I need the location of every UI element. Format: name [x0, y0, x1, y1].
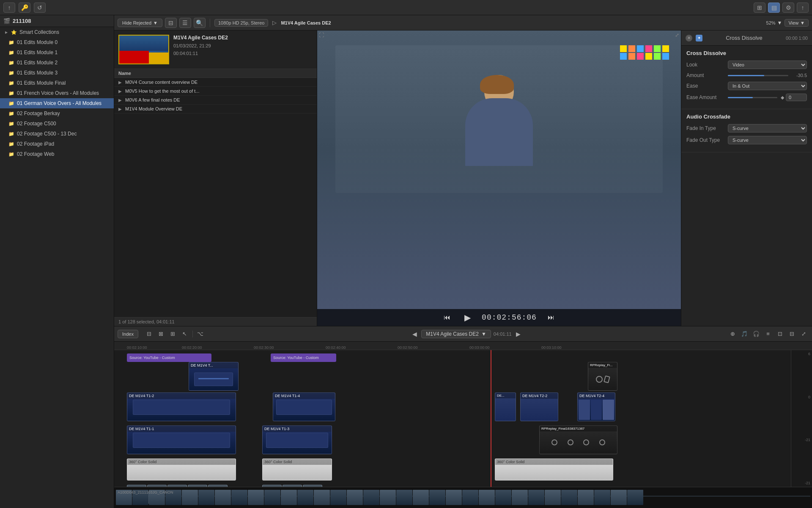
audio-meter-btn[interactable]: 🎵: [739, 329, 749, 339]
amount-label: Amount: [686, 72, 724, 78]
clip-thumbnail[interactable]: [118, 35, 169, 64]
group-btn[interactable]: ☰: [179, 18, 191, 28]
share-btn[interactable]: ↑: [797, 3, 809, 13]
cross-dissolve-title: Cross Dissolve: [686, 50, 807, 56]
search-btn[interactable]: 🔍: [194, 18, 206, 28]
timeline-duration: 04:01:11: [494, 331, 512, 337]
blade-tool-btn[interactable]: ⌥: [195, 329, 206, 339]
tl-clip-de-m1v4-t1-3[interactable]: DE M1V4 T1-3: [262, 425, 332, 454]
browser-list-item-2[interactable]: ▶ M0V6 A few final notes DE: [114, 96, 317, 105]
preview-fullscreen-btn[interactable]: ⛶: [319, 32, 324, 38]
preview-expand-btn[interactable]: ⤢: [675, 32, 679, 38]
sidebar-item-footage-web[interactable]: 📁 02 Footage Web: [0, 149, 114, 159]
prev-clip-btn[interactable]: ◀: [410, 330, 419, 338]
preview-video[interactable]: ⏮ ▶ 00:02:56:06 ⏭ ⛶ ⤢: [317, 30, 681, 326]
tl-clip-de-m1v4-t1-2[interactable]: DE M1V4 T1-2: [127, 392, 236, 421]
headphone-btn[interactable]: 🎧: [751, 329, 761, 339]
timeline-clip-dropdown-icon: ▼: [481, 331, 486, 337]
tl-clip-solid-1[interactable]: 360° Color Solid: [127, 458, 236, 480]
browser-list-item-1[interactable]: ▶ M0V5 How to get the most out of t...: [114, 87, 317, 96]
next-clip-btn[interactable]: ▶: [514, 330, 523, 338]
filter-dropdown-icon: ▼: [153, 20, 158, 25]
sidebar-item-footage-c500[interactable]: 📁 02 Footage C500: [0, 119, 114, 129]
view-btn[interactable]: View ▼: [785, 19, 809, 27]
sidebar-item-edits-final[interactable]: 📁 01 Edits Module Final: [0, 78, 114, 88]
clip-display-btn[interactable]: ⊟: [144, 329, 154, 339]
sidebar-item-german-vo[interactable]: 📁 01 German Voice Overs - All Modules: [0, 98, 114, 108]
tl-clip-rpreplay-1[interactable]: RPReplay_Fi...: [588, 362, 617, 391]
list-view-btn[interactable]: ▤: [768, 3, 780, 13]
prev-frame-btn[interactable]: ⏮: [441, 312, 453, 323]
index-btn[interactable]: Index: [118, 330, 138, 338]
sidebar-item-edits-0[interactable]: 📁 01 Edits Module 0: [0, 37, 114, 47]
ease-dropdown[interactable]: In & Out: [728, 82, 807, 90]
sidebar-item-footage-ipad[interactable]: 📁 02 Footage iPad: [0, 139, 114, 149]
play-pause-btn[interactable]: ▶: [461, 312, 473, 323]
tl-clip-rpreplay-2[interactable]: RPReplay_Final1638371367: [539, 425, 617, 454]
sidebar-item-french-vo[interactable]: 📁 01 French Voice Overs - All Modules: [0, 88, 114, 98]
ease-label: Ease: [686, 83, 724, 89]
zoom-fit-btn[interactable]: ⤢: [798, 329, 809, 339]
folder-icon-c500: 📁: [8, 121, 14, 127]
browser-list-item-3[interactable]: ▶ M1V4 Module Overview DE: [114, 105, 317, 113]
ease-amount-dot: ◆: [781, 95, 784, 100]
timeline-clip-name-label: M1V4 Agile Cases DE2: [426, 331, 479, 337]
title-bar-1: Source: YouTube - Custom: [127, 353, 211, 362]
clip-date: 01/03/2022, 21:29: [173, 42, 313, 50]
timeline-settings-btn[interactable]: ⊟: [787, 329, 797, 339]
sidebar-item-smart-collections[interactable]: ▶ ⭐ Smart Collections: [0, 27, 114, 37]
sidebar-item-footage-c500-13dec[interactable]: 📁 02 Footage C500 - 13 Dec: [0, 129, 114, 139]
tl-clip-de-m1v4-t2-2[interactable]: DE M1V4 T2-2: [520, 392, 558, 421]
tl-clip-de-m1v4-t2-4[interactable]: DE M1V4 T2-4: [577, 392, 615, 421]
tl-clip-de-m1v4-t1-1[interactable]: DE M1V4 T1-1: [127, 425, 236, 454]
add-audio-btn[interactable]: ⊕: [727, 329, 738, 339]
title-bar-2: Source: YouTube - Custom: [271, 353, 336, 362]
clip-name-1: M0V5 How to get the most out of t...: [125, 88, 199, 94]
browser-toolbar: Hide Rejected ▼ ⊟ ☰ 🔍 1080p HD 25p, Ster…: [114, 15, 812, 30]
look-dropdown[interactable]: Video: [728, 61, 807, 69]
clip-thumb-de-m1v4-t: [189, 368, 238, 390]
preview-panel: ⏮ ▶ 00:02:56:06 ⏭ ⛶ ⤢: [317, 30, 681, 326]
fade-out-value: S-curve: [728, 136, 807, 144]
tl-clip-de-m1v4-t[interactable]: DE M1V4 T...: [189, 362, 239, 391]
sidebar-item-edits-3[interactable]: 📁 01 Edits Module 3: [0, 68, 114, 78]
sidebar-label-german: 01 German Voice Overs - All Modules: [17, 100, 102, 106]
sidebar-label-web: 02 Footage Web: [17, 151, 55, 157]
fade-in-dropdown[interactable]: S-curve: [728, 124, 807, 133]
timeline-display-btn[interactable]: ⊞: [168, 329, 178, 339]
clip-appearance-btn[interactable]: ⊟: [165, 18, 177, 28]
settings-btn[interactable]: ⚙: [782, 3, 794, 13]
key-btn[interactable]: 🔑: [19, 3, 30, 13]
refresh-btn[interactable]: ↺: [34, 3, 46, 13]
timeline-clip-name[interactable]: M1V4 Agile Cases DE2 ▼: [421, 330, 491, 338]
browser-list-item-0[interactable]: ▶ M0V4 Course content overview DE: [114, 78, 317, 87]
clip-trim-btn[interactable]: ⊠: [156, 329, 166, 339]
hide-rejected-btn[interactable]: Hide Rejected ▼: [118, 19, 162, 27]
audio-channels-btn[interactable]: ≡: [763, 329, 773, 339]
folder-icon-c500-13dec: 📁: [8, 131, 14, 137]
sidebar-item-label: Smart Collections: [19, 29, 59, 35]
ease-amount-input[interactable]: [786, 94, 807, 101]
sidebar-label-c500-13dec: 02 Footage C500 - 13 Dec: [17, 131, 77, 137]
left-sidebar: 🎬 211108 ▶ ⭐ Smart Collections 📁 01 Edit…: [0, 15, 114, 508]
tl-clip-de-right-1[interactable]: DE...: [495, 392, 516, 421]
tl-clip-solid-right[interactable]: 360° Color Solid: [495, 458, 613, 480]
select-tool-btn[interactable]: ↖: [180, 329, 190, 339]
sidebar-item-footage-berkay[interactable]: 📁 02 Footage Berkay: [0, 108, 114, 119]
db-6: 6: [793, 352, 810, 356]
grid-view-btn[interactable]: ⊞: [754, 3, 765, 13]
next-frame-btn[interactable]: ⏭: [545, 312, 557, 323]
tl-clip-solid-2[interactable]: 360° Color Solid: [262, 458, 332, 480]
clip-thumb-t2-4: [578, 399, 615, 421]
tl-clip-de-m1v4-t1-4[interactable]: DE M1V4 T1-4: [273, 392, 335, 421]
sidebar-item-edits-1[interactable]: 📁 01 Edits Module 1: [0, 47, 114, 58]
rpreplay-label-1: RPReplay_Fi...: [588, 362, 617, 368]
upload-btn[interactable]: ↑: [3, 3, 15, 13]
clip-thumb-t1-3: [263, 432, 332, 454]
sidebar-item-edits-2[interactable]: 📁 01 Edits Module 2: [0, 58, 114, 68]
clip-view-btn[interactable]: ⊡: [775, 329, 785, 339]
inspector-close-btn[interactable]: ✕: [686, 35, 692, 41]
view-dropdown-icon: ▼: [800, 20, 805, 25]
fade-out-dropdown[interactable]: S-curve: [728, 136, 807, 144]
clip-icon-1: ▶: [118, 89, 122, 94]
